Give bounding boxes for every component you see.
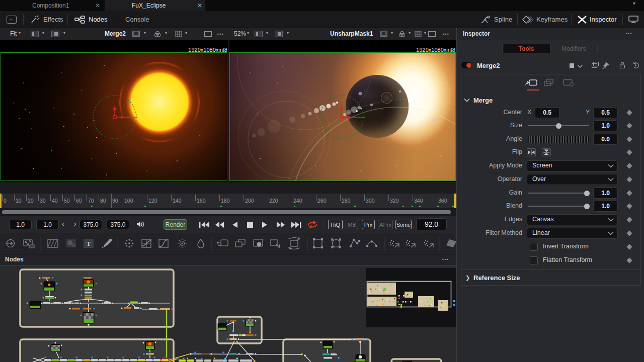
svg-text:T: T [87,240,91,247]
